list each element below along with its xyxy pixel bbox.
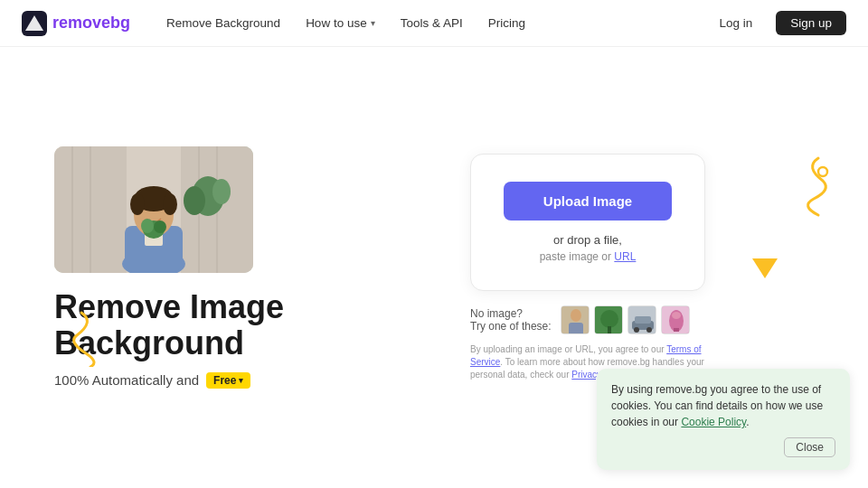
logo-text: removebg [52, 14, 130, 33]
drop-file-text: or drop a file, [553, 233, 622, 247]
hero-image [54, 146, 253, 273]
svg-rect-25 [569, 323, 583, 334]
nav-links: Remove Background How to use ▾ Tools & A… [156, 11, 704, 35]
no-image-text: No image? Try one of these: [470, 307, 552, 333]
free-badge: Free [206, 372, 250, 389]
sample-image-person[interactable] [561, 305, 590, 334]
nav-auth: Log in Sign up [704, 11, 846, 35]
url-link[interactable]: URL [614, 250, 636, 263]
triangle-decoration [752, 258, 778, 278]
upload-section: Upload Image or drop a file, paste image… [470, 154, 814, 381]
squiggle-left-decoration [63, 304, 118, 371]
svg-rect-28 [608, 326, 611, 334]
hero-section: Remove Image Background 100% Automatical… [54, 146, 470, 388]
svg-rect-31 [635, 316, 651, 324]
chevron-down-icon: ▾ [371, 18, 375, 28]
signup-button[interactable]: Sign up [776, 11, 846, 35]
triangle-shape [752, 258, 778, 278]
svg-point-17 [163, 193, 177, 215]
svg-point-32 [634, 327, 639, 333]
sample-images [561, 305, 690, 334]
url-text: paste image or URL [540, 250, 637, 263]
login-button[interactable]: Log in [704, 11, 767, 35]
nav-tools-api[interactable]: Tools & API [390, 11, 474, 35]
nav-remove-background[interactable]: Remove Background [156, 11, 291, 35]
svg-point-22 [818, 167, 827, 176]
logo[interactable]: removebg [22, 11, 130, 36]
svg-point-16 [130, 193, 145, 215]
squiggle-right-decoration [769, 154, 832, 230]
cookie-policy-link[interactable]: Cookie Policy [681, 416, 746, 428]
svg-point-27 [600, 310, 618, 328]
sample-image-product[interactable] [661, 305, 690, 334]
sample-image-nature[interactable] [594, 305, 623, 334]
hero-image-container [54, 146, 253, 273]
svg-point-21 [154, 221, 166, 233]
svg-point-36 [672, 312, 681, 319]
hero-illustration [54, 146, 253, 273]
cookie-banner: By using remove.bg you agree to the use … [597, 369, 850, 470]
svg-point-10 [184, 186, 205, 215]
cookie-close-row: Close [611, 437, 835, 457]
sample-image-car[interactable] [627, 305, 656, 334]
hero-subtitle: 100% Automatically and Free [54, 372, 470, 389]
nav-pricing[interactable]: Pricing [477, 11, 536, 35]
try-samples-section: No image? Try one of these: [470, 305, 705, 334]
svg-point-24 [571, 309, 581, 322]
svg-rect-37 [674, 328, 679, 332]
svg-point-33 [646, 327, 652, 333]
navbar: removebg Remove Background How to use ▾ … [0, 0, 868, 47]
svg-point-20 [141, 219, 154, 233]
svg-point-11 [212, 179, 231, 204]
upload-card: Upload Image or drop a file, paste image… [470, 154, 705, 291]
nav-how-to-use[interactable]: How to use ▾ [295, 11, 386, 35]
logo-icon [22, 11, 47, 36]
cookie-close-button[interactable]: Close [784, 437, 835, 457]
upload-image-button[interactable]: Upload Image [504, 182, 672, 221]
